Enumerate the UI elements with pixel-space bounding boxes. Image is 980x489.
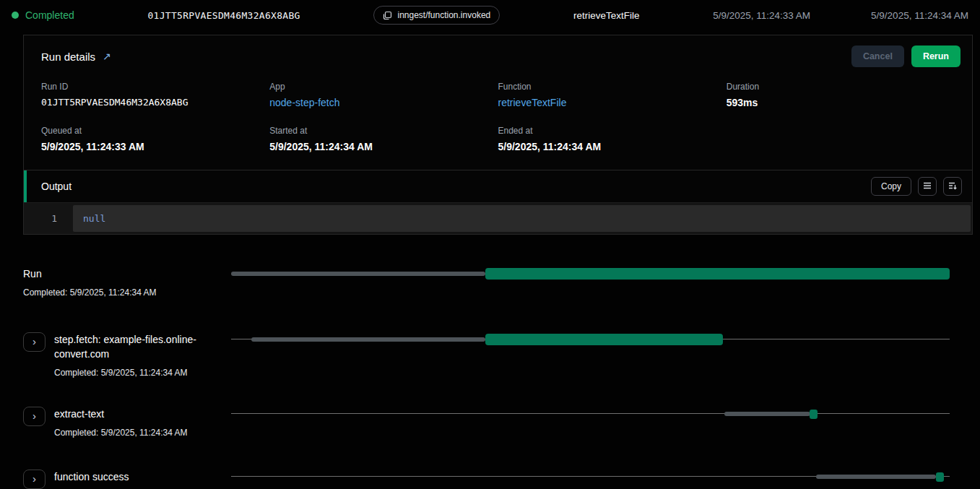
chevron-right-icon: › bbox=[32, 473, 36, 484]
step-duration-marker[interactable] bbox=[810, 410, 818, 419]
field-label: App bbox=[269, 82, 498, 92]
copy-button[interactable]: Copy bbox=[871, 177, 911, 196]
run-id-text: 01JTT5RPVAESDM46M32A6X8ABG bbox=[147, 10, 300, 21]
timeline-run-completed: Completed: 5/9/2025, 11:24:34 AM bbox=[23, 287, 217, 298]
field-label: Ended at bbox=[498, 126, 727, 136]
app-link[interactable]: node-step-fetch bbox=[269, 97, 498, 108]
queue-delay-bar bbox=[231, 272, 485, 276]
run-status-badge: Completed bbox=[12, 9, 74, 21]
step-duration-marker[interactable] bbox=[936, 472, 944, 482]
field-label: Queued at bbox=[41, 126, 269, 136]
timeline-track bbox=[231, 408, 950, 420]
run-top-bar: Completed 01JTT5RPVAESDM46M32A6X8ABG inn… bbox=[0, 0, 980, 30]
chevron-right-icon: › bbox=[32, 410, 36, 421]
field-app: App node-step-fetch bbox=[269, 82, 498, 108]
step-delay-bar bbox=[724, 412, 810, 416]
timeline-row-step-fetch: › step.fetch: example-files.online-conve… bbox=[23, 332, 950, 378]
output-title: Output bbox=[41, 181, 71, 192]
panel-header: Run details ↗ Cancel Rerun bbox=[24, 35, 972, 74]
sort-descending-icon bbox=[948, 181, 958, 193]
step-name: extract-text bbox=[54, 407, 188, 421]
step-completed-at: Completed: 5/9/2025, 11:24:34 AM bbox=[54, 368, 217, 378]
step-duration-bar[interactable] bbox=[485, 334, 722, 345]
timeline-axis-line bbox=[231, 413, 950, 414]
field-value: 5/9/2025, 11:24:33 AM bbox=[41, 141, 269, 152]
expand-step-button[interactable]: › bbox=[23, 469, 45, 489]
status-label: Completed bbox=[25, 9, 74, 21]
step-delay-bar bbox=[816, 475, 936, 479]
field-started-at: Started at 5/9/2025, 11:24:34 AM bbox=[269, 126, 498, 152]
output-code-block: 1 null bbox=[24, 202, 972, 234]
step-delay-bar bbox=[251, 337, 485, 342]
run-timeline: Run Completed: 5/9/2025, 11:24:34 AM › s… bbox=[0, 267, 980, 489]
field-label: Started at bbox=[269, 126, 498, 136]
timeline-row-run: Run Completed: 5/9/2025, 11:24:34 AM bbox=[23, 267, 950, 298]
queued-timestamp: 5/9/2025, 11:24:33 AM bbox=[713, 10, 810, 21]
timeline-run-name: Run bbox=[23, 267, 189, 281]
field-label: Function bbox=[498, 82, 727, 92]
field-queued-at: Queued at 5/9/2025, 11:24:33 AM bbox=[41, 126, 269, 152]
run-metadata-grid: Run ID 01JTT5RPVAESDM46M32A6X8ABG App no… bbox=[24, 74, 972, 170]
event-icon bbox=[383, 11, 392, 20]
run-duration-bar[interactable] bbox=[485, 268, 950, 280]
field-value: 5/9/2025, 11:24:34 AM bbox=[498, 141, 727, 152]
field-function: Function retrieveTextFile bbox=[498, 82, 727, 108]
field-ended-at: Ended at 5/9/2025, 11:24:34 AM bbox=[498, 126, 727, 152]
field-value: 01JTT5RPVAESDM46M32A6X8ABG bbox=[41, 97, 269, 108]
rerun-button[interactable]: Rerun bbox=[911, 46, 961, 67]
field-run-id: Run ID 01JTT5RPVAESDM46M32A6X8ABG bbox=[41, 82, 269, 108]
output-accent-bar bbox=[24, 170, 27, 202]
field-value: 593ms bbox=[727, 97, 955, 108]
field-duration: Duration 593ms bbox=[727, 82, 955, 108]
external-link-icon[interactable]: ↗ bbox=[103, 51, 111, 61]
align-justify-button[interactable] bbox=[918, 177, 937, 196]
timeline-row-function-success: › function success Completed: 5/9/2025, … bbox=[23, 469, 950, 489]
topbar-timestamps: 5/9/2025, 11:24:33 AM 5/9/2025, 11:24:34… bbox=[713, 10, 968, 21]
panel-title: Run details bbox=[41, 51, 95, 63]
trigger-event-label: inngest/function.invoked bbox=[397, 10, 490, 20]
field-label: Run ID bbox=[41, 82, 269, 92]
field-label: Duration bbox=[727, 82, 955, 92]
step-name: step.fetch: example-files.online-convert… bbox=[54, 332, 217, 361]
output-section-header: Output Copy bbox=[24, 170, 972, 202]
timeline-track bbox=[231, 334, 950, 345]
status-dot-icon bbox=[12, 12, 19, 19]
code-line[interactable]: null bbox=[73, 205, 971, 232]
sort-descending-button[interactable] bbox=[943, 177, 962, 196]
field-value: 5/9/2025, 11:24:34 AM bbox=[269, 141, 498, 152]
timeline-track bbox=[231, 471, 950, 482]
step-completed-at: Completed: 5/9/2025, 11:24:34 AM bbox=[54, 428, 188, 438]
function-link[interactable]: retrieveTextFile bbox=[498, 97, 727, 108]
timeline-track bbox=[231, 268, 950, 280]
step-name: function success bbox=[54, 469, 188, 484]
trigger-event-badge[interactable]: inngest/function.invoked bbox=[373, 6, 500, 25]
expand-step-button[interactable]: › bbox=[23, 332, 45, 352]
align-justify-icon bbox=[922, 181, 932, 193]
started-timestamp: 5/9/2025, 11:24:34 AM bbox=[871, 10, 968, 21]
expand-step-button[interactable]: › bbox=[23, 407, 45, 426]
cancel-button[interactable]: Cancel bbox=[851, 46, 904, 67]
chevron-right-icon: › bbox=[32, 336, 36, 347]
function-name-text: retrieveTextFile bbox=[573, 10, 640, 21]
run-details-panel: Run details ↗ Cancel Rerun Run ID 01JTT5… bbox=[23, 35, 973, 235]
timeline-row-extract-text: › extract-text Completed: 5/9/2025, 11:2… bbox=[23, 407, 950, 438]
line-number: 1 bbox=[24, 203, 71, 234]
